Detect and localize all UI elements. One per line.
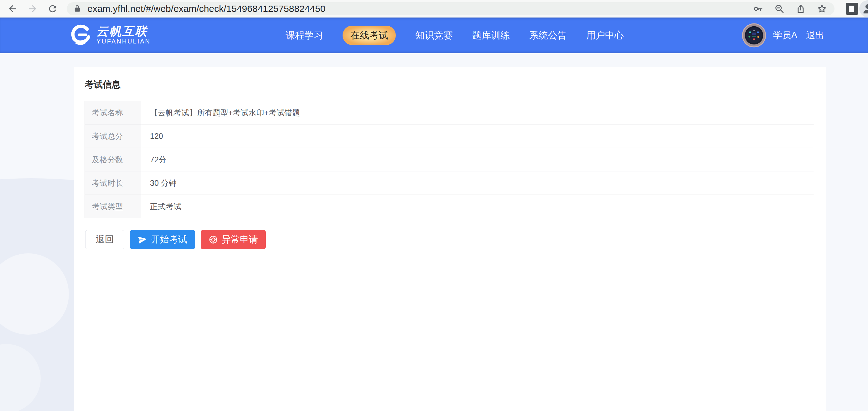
- address-bar[interactable]: exam.yfhl.net/#/web/exam/check/154968412…: [67, 2, 835, 15]
- brand-name-cn: 云帆互联: [96, 25, 151, 38]
- page-title: 考试信息: [85, 78, 121, 91]
- logout-link[interactable]: 退出: [806, 29, 824, 42]
- action-buttons: 返回 开始考试 异常申请: [85, 230, 266, 249]
- row-value: 30 分钟: [141, 171, 814, 195]
- sidebar-toggle-icon[interactable]: [846, 3, 858, 15]
- brand-logo[interactable]: 云帆互联 YUFANHULIAN: [69, 23, 151, 47]
- menu-item-question-bank[interactable]: 题库训练: [472, 26, 510, 45]
- row-label: 考试类型: [85, 195, 141, 218]
- table-row: 考试总分 120: [85, 125, 814, 148]
- browser-toolbar: exam.yfhl.net/#/web/exam/check/154968412…: [0, 0, 868, 18]
- row-value: 120: [141, 125, 814, 148]
- page-background: 考试信息 考试名称 【云帆考试】所有题型+考试水印+考试错题 考试总分 120 …: [0, 53, 868, 411]
- menu-item-knowledge-contest[interactable]: 知识竞赛: [415, 26, 453, 45]
- menu-item-user-center[interactable]: 用户中心: [586, 26, 624, 45]
- row-value: 72分: [141, 148, 814, 171]
- user-name[interactable]: 学员A: [773, 29, 797, 42]
- yufan-logo-icon: [69, 23, 93, 47]
- row-label: 及格分数: [85, 148, 141, 171]
- row-label: 考试时长: [85, 171, 141, 195]
- browser-forward-icon[interactable]: [27, 3, 38, 14]
- exam-info-table: 考试名称 【云帆考试】所有题型+考试水印+考试错题 考试总分 120 及格分数 …: [85, 101, 814, 218]
- row-label: 考试名称: [85, 101, 141, 125]
- site-navbar: 云帆互联 YUFANHULIAN 课程学习 在线考试 知识竞赛 题库训练 系统公…: [0, 18, 868, 53]
- url-text[interactable]: exam.yfhl.net/#/web/exam/check/154968412…: [87, 3, 753, 14]
- user-box: 学员A 退出: [742, 18, 868, 53]
- key-icon[interactable]: [753, 4, 763, 14]
- back-button[interactable]: 返回: [85, 230, 124, 249]
- star-icon[interactable]: [817, 4, 827, 14]
- browser-back-icon[interactable]: [7, 3, 18, 14]
- browser-profile-icon[interactable]: [859, 0, 868, 17]
- ring-circle-icon: [209, 235, 218, 244]
- menu-item-course-study[interactable]: 课程学习: [286, 26, 323, 45]
- menu-item-online-exam[interactable]: 在线考试: [343, 26, 396, 45]
- table-row: 及格分数 72分: [85, 148, 814, 171]
- row-value: 正式考试: [141, 195, 814, 218]
- row-label: 考试总分: [85, 125, 141, 148]
- table-row: 考试名称 【云帆考试】所有题型+考试水印+考试错题: [85, 101, 814, 125]
- share-icon[interactable]: [796, 4, 806, 14]
- exam-info-card: 考试信息 考试名称 【云帆考试】所有题型+考试水印+考试错题 考试总分 120 …: [74, 67, 826, 411]
- zoom-out-icon[interactable]: [774, 4, 784, 14]
- brand-name-en: YUFANHULIAN: [96, 38, 151, 45]
- start-exam-button[interactable]: 开始考试: [130, 230, 195, 249]
- row-value: 【云帆考试】所有题型+考试水印+考试错题: [141, 101, 814, 125]
- abnormal-apply-button[interactable]: 异常申请: [201, 230, 266, 249]
- table-row: 考试类型 正式考试: [85, 195, 814, 218]
- browser-reload-icon[interactable]: [47, 3, 58, 14]
- lock-icon: [73, 4, 82, 13]
- user-avatar[interactable]: [742, 23, 766, 47]
- table-row: 考试时长 30 分钟: [85, 171, 814, 195]
- paper-plane-icon: [137, 234, 148, 245]
- main-menu: 课程学习 在线考试 知识竞赛 题库训练 系统公告 用户中心: [286, 18, 624, 53]
- menu-item-system-notice[interactable]: 系统公告: [529, 26, 567, 45]
